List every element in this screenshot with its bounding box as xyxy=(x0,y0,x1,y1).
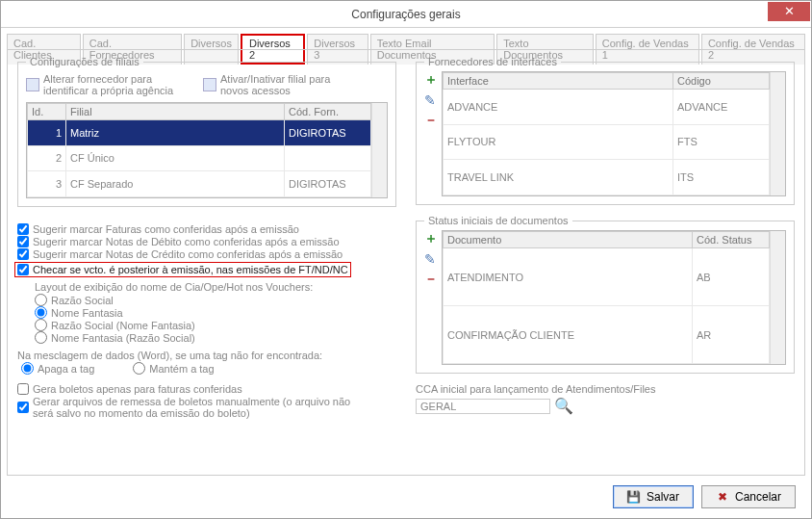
status-grid[interactable]: Documento Cód. Status ATENDIMENTOAB CONF… xyxy=(442,230,786,365)
status-col-documento[interactable]: Documento xyxy=(444,232,693,248)
table-row[interactable]: CONFIRMAÇÃO CLIENTEAR xyxy=(444,306,770,364)
merge-label: Na mesclagem de dados (Word), se uma tag… xyxy=(17,350,396,361)
footer: 💾 Salvar ✖ Cancelar xyxy=(1,476,811,518)
lookup-icon[interactable]: 🔍 xyxy=(554,397,573,415)
check-notas-credito[interactable]: Sugerir marcar Notas de Crédito como con… xyxy=(17,248,396,260)
filiais-alterar-label: Alterar fornecedor para identificar a pr… xyxy=(43,73,188,96)
titlebar: Configurações gerais ✕ xyxy=(1,1,811,28)
filiais-alterar-fornecedor-button[interactable]: Alterar fornecedor para identificar a pr… xyxy=(26,73,188,96)
toggle-icon xyxy=(203,78,216,91)
window-title: Configurações gerais xyxy=(1,8,811,21)
save-button[interactable]: 💾 Salvar xyxy=(613,485,694,508)
filiais-ativar-label: Ativar/Inativar filial para novos acesso… xyxy=(220,73,345,96)
scrollbar[interactable] xyxy=(770,231,785,364)
cca-label: CCA inicial para lançamento de Atendimen… xyxy=(416,383,795,395)
radio-razao-social[interactable]: Razão Social xyxy=(35,294,396,306)
remove-icon[interactable]: － xyxy=(424,112,438,129)
edit-icon[interactable]: ✎ xyxy=(424,251,438,267)
fornecedores-grid[interactable]: Interface Código ADVANCEADVANCE FLYTOURF… xyxy=(442,71,786,196)
filiais-ativar-button[interactable]: Ativar/Inativar filial para novos acesso… xyxy=(203,73,345,96)
filiais-legend: Configurações de filiais xyxy=(26,56,143,67)
add-icon[interactable]: ＋ xyxy=(424,230,438,247)
status-legend: Status iniciais de documentos xyxy=(424,215,572,226)
remove-icon[interactable]: － xyxy=(424,271,438,288)
fornecedores-col-codigo[interactable]: Código xyxy=(673,73,770,90)
table-row[interactable]: FLYTOURFTS xyxy=(444,124,770,160)
fornecedores-legend: Fornecedores de interfaces xyxy=(424,56,561,67)
main-window: Configurações gerais ✕ Cad. Clientes Cad… xyxy=(0,0,812,519)
radio-mantem-tag[interactable]: Mantém a tag xyxy=(133,362,214,375)
check-notas-debito[interactable]: Sugerir marcar Notas de Débito como conf… xyxy=(17,236,396,247)
check-faturas[interactable]: Sugerir marcar Faturas como conferidas a… xyxy=(17,223,396,235)
scrollbar[interactable] xyxy=(770,72,785,195)
scrollbar[interactable] xyxy=(371,103,387,197)
filiais-col-cod[interactable]: Cód. Forn. xyxy=(285,104,371,120)
filiais-grid[interactable]: Id. Filial Cód. Forn. 1 Matriz DIGIROTAS xyxy=(26,102,388,198)
table-row[interactable]: 2 CF Único xyxy=(28,145,371,171)
table-row[interactable]: 1 Matriz DIGIROTAS xyxy=(28,120,371,146)
check-checar-vencimento[interactable]: Checar se vcto. é posterior à emissão, n… xyxy=(14,262,351,277)
table-row[interactable]: TRAVEL LINKITS xyxy=(444,160,770,195)
radio-nome-fantasia[interactable]: Nome Fantasia xyxy=(35,306,396,319)
fornecedores-group: Fornecedores de interfaces ＋ ✎ － Interfa… xyxy=(416,56,795,205)
status-col-cod[interactable]: Cód. Status xyxy=(693,232,770,248)
filiais-group: Configurações de filiais Alterar fornece… xyxy=(17,56,396,207)
cca-input[interactable] xyxy=(416,399,550,414)
edit-icon[interactable]: ✎ xyxy=(424,92,438,108)
radio-nome-razao[interactable]: Nome Fantasia (Razão Social) xyxy=(35,331,396,344)
add-icon[interactable]: ＋ xyxy=(424,71,438,89)
fornecedores-col-interface[interactable]: Interface xyxy=(444,73,673,90)
radio-apaga-tag[interactable]: Apaga a tag xyxy=(21,362,94,375)
cancel-button[interactable]: ✖ Cancelar xyxy=(701,485,796,508)
table-row[interactable]: 3 CF Separado DIGIROTAS xyxy=(28,171,371,197)
layout-label: Layout de exibição do nome de Cia/Ope/Ho… xyxy=(35,281,396,293)
status-group: Status iniciais de documentos ＋ ✎ － Docu… xyxy=(416,215,795,374)
check-boletos-conferidas[interactable]: Gera boletos apenas para faturas conferi… xyxy=(17,383,396,395)
save-icon: 💾 xyxy=(627,490,641,504)
table-row[interactable]: ATENDIMENTOAB xyxy=(444,248,770,306)
content-panel: Configurações de filiais Alterar fornece… xyxy=(7,49,805,476)
filiais-col-id[interactable]: Id. xyxy=(28,104,66,120)
cancel-icon: ✖ xyxy=(716,490,729,504)
table-row[interactable]: ADVANCEADVANCE xyxy=(444,90,770,125)
check-remessa-manual[interactable]: Gerar arquivos de remessa de boletos man… xyxy=(17,396,396,419)
info-icon xyxy=(26,78,39,91)
filiais-col-filial[interactable]: Filial xyxy=(66,104,285,120)
radio-razao-nome[interactable]: Razão Social (Nome Fantasia) xyxy=(35,319,396,331)
